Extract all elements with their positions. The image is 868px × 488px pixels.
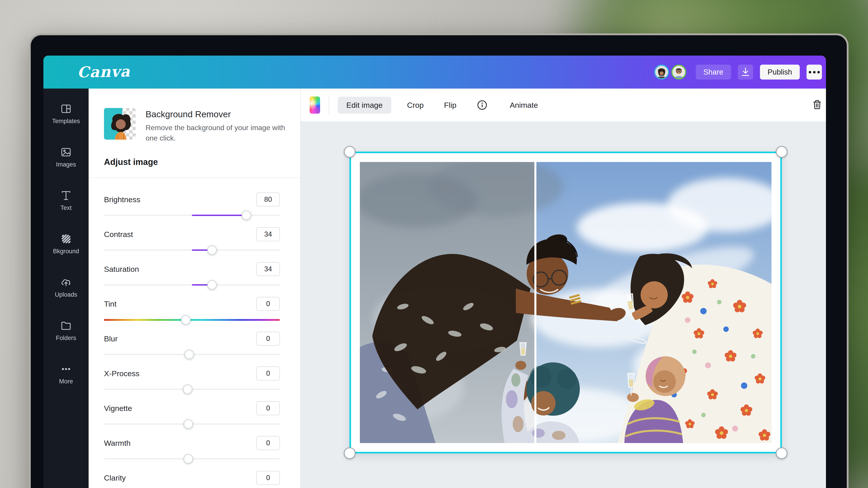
animate-button[interactable]: Animate bbox=[506, 101, 538, 109]
animate-label: Animate bbox=[510, 101, 538, 109]
edit-panel: Background Remover Remove the background… bbox=[89, 89, 301, 488]
resize-handle-top-right[interactable] bbox=[776, 146, 787, 158]
slider-value-box[interactable]: 0 bbox=[256, 366, 280, 381]
slider-value-box[interactable]: 0 bbox=[256, 297, 280, 311]
slider-track[interactable] bbox=[104, 354, 280, 355]
canvas-workspace[interactable] bbox=[301, 122, 826, 488]
slider-track[interactable] bbox=[104, 250, 280, 251]
slider-clarity: Clarity0 bbox=[104, 471, 280, 488]
slider-vignette: Vignette0 bbox=[104, 401, 280, 436]
tab-flip[interactable]: Flip bbox=[444, 101, 456, 109]
slider-label: Vignette bbox=[104, 404, 132, 413]
sidebar-item-label: Text bbox=[60, 204, 72, 212]
slider-contrast: Contrast34 bbox=[104, 227, 280, 262]
background-icon bbox=[60, 233, 72, 245]
slider-label: Blur bbox=[104, 334, 118, 343]
slider-value-box[interactable]: 0 bbox=[256, 436, 280, 450]
photo-before-after-collage bbox=[360, 162, 772, 443]
trash-icon[interactable] bbox=[812, 99, 822, 111]
context-toolbar: Edit image Crop Flip Animate bbox=[301, 89, 826, 122]
slider-brightness: Brightness80 bbox=[104, 193, 280, 227]
more-options-button[interactable] bbox=[807, 65, 822, 79]
resize-handle-bottom-left[interactable] bbox=[344, 447, 355, 459]
slider-handle[interactable] bbox=[207, 246, 217, 255]
slider-blur: Blur0 bbox=[104, 332, 280, 366]
slider-handle[interactable] bbox=[184, 419, 193, 429]
slider-track[interactable] bbox=[104, 215, 280, 216]
adjust-image-heading: Adjust image bbox=[104, 157, 285, 167]
slider-track[interactable] bbox=[104, 284, 280, 286]
sidebar-item-label: Images bbox=[56, 161, 76, 168]
sidebar-item-label: Uploads bbox=[55, 291, 77, 298]
slider-warmth: Warmth0 bbox=[104, 436, 280, 471]
slider-value-box[interactable]: 0 bbox=[256, 332, 280, 346]
toolbar-divider bbox=[329, 96, 329, 115]
background-remover-card[interactable]: Background Remover Remove the background… bbox=[104, 108, 285, 143]
slider-handle[interactable] bbox=[181, 315, 191, 325]
slider-value-box[interactable]: 0 bbox=[256, 471, 280, 485]
resize-handle-bottom-right[interactable] bbox=[776, 447, 787, 459]
avatar-user-2[interactable] bbox=[671, 65, 686, 79]
sidebar-item-folders[interactable]: Folders bbox=[43, 320, 89, 341]
sidebar-item-templates[interactable]: Templates bbox=[43, 103, 89, 125]
sidebar-item-text[interactable]: Text bbox=[43, 190, 89, 212]
canva-app-window: Canva Share Publish bbox=[43, 56, 826, 488]
uploads-icon bbox=[60, 276, 72, 288]
adjust-sliders: Brightness80 Contrast34 Saturation34 Tin… bbox=[89, 178, 300, 488]
slider-handle[interactable] bbox=[207, 280, 217, 290]
text-icon bbox=[60, 190, 72, 201]
more-icon bbox=[60, 363, 72, 375]
slider-label: Brightness bbox=[104, 195, 141, 204]
slider-value-box[interactable]: 34 bbox=[256, 262, 280, 276]
slider-value-box[interactable]: 0 bbox=[256, 401, 280, 415]
slider-handle[interactable] bbox=[184, 454, 193, 464]
slider-label: Warmth bbox=[104, 439, 131, 448]
selected-image-element[interactable] bbox=[350, 153, 781, 453]
info-icon[interactable] bbox=[477, 100, 488, 110]
slider-handle[interactable] bbox=[242, 210, 251, 220]
slider-label: Tint bbox=[104, 300, 116, 308]
sidebar-item-label: Bkground bbox=[53, 248, 79, 255]
sidebar-item-label: Folders bbox=[56, 335, 76, 341]
sidebar-item-background[interactable]: Bkground bbox=[43, 233, 89, 255]
ellipsis-icon bbox=[809, 71, 820, 73]
sidebar-item-images[interactable]: Images bbox=[43, 147, 89, 168]
collaborator-avatars bbox=[654, 65, 686, 79]
tab-edit-image[interactable]: Edit image bbox=[338, 97, 391, 113]
slider-handle[interactable] bbox=[183, 385, 192, 394]
images-icon bbox=[60, 147, 72, 158]
tool-card-title: Background Remover bbox=[146, 109, 290, 119]
side-nav: Templates Images Text Bkground Uploads F… bbox=[43, 89, 89, 488]
publish-button[interactable]: Publish bbox=[760, 65, 800, 79]
sidebar-item-label: More bbox=[59, 378, 73, 385]
slider-x-process: X-Process0 bbox=[104, 366, 280, 401]
slider-fill bbox=[192, 215, 246, 216]
slider-track[interactable] bbox=[104, 389, 280, 390]
sidebar-item-more[interactable]: More bbox=[43, 363, 89, 385]
sidebar-item-label: Templates bbox=[52, 118, 80, 125]
canva-logo[interactable]: Canva bbox=[43, 63, 130, 82]
color-picker-swatch[interactable] bbox=[310, 96, 320, 113]
tab-crop[interactable]: Crop bbox=[407, 101, 424, 109]
slider-track[interactable] bbox=[104, 458, 280, 459]
slider-track[interactable] bbox=[104, 319, 280, 321]
slider-handle[interactable] bbox=[184, 350, 194, 359]
share-button[interactable]: Share bbox=[696, 65, 731, 79]
sidebar-item-uploads[interactable]: Uploads bbox=[43, 276, 89, 298]
resize-handle-top-left[interactable] bbox=[344, 146, 355, 158]
slider-value-box[interactable]: 80 bbox=[256, 193, 280, 206]
slider-tint: Tint0 bbox=[104, 297, 280, 332]
slider-label: X-Process bbox=[104, 369, 140, 378]
slider-value-box[interactable]: 34 bbox=[256, 227, 280, 241]
top-bar: Canva Share Publish bbox=[43, 56, 826, 89]
folders-icon bbox=[60, 320, 72, 331]
slider-label: Clarity bbox=[104, 474, 126, 482]
templates-icon bbox=[60, 103, 72, 115]
tool-card-description: Remove the background of your image with… bbox=[146, 123, 290, 143]
slider-label: Contrast bbox=[104, 230, 133, 239]
avatar-user-1[interactable] bbox=[654, 65, 669, 79]
slider-label: Saturation bbox=[104, 265, 139, 273]
download-icon[interactable] bbox=[738, 65, 753, 79]
background-remover-thumbnail bbox=[104, 108, 135, 140]
slider-track[interactable] bbox=[104, 423, 280, 425]
